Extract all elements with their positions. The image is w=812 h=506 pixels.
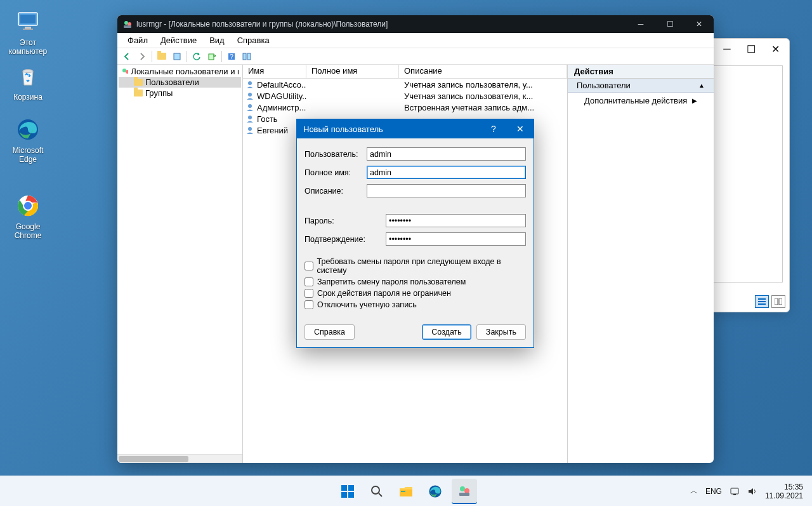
- desktop-label: MicrosoftEdge: [4, 146, 52, 164]
- col-fullname[interactable]: Полное имя: [306, 65, 399, 78]
- svg-rect-1: [20, 15, 36, 23]
- desktop-this-pc[interactable]: Этоткомпьютер: [4, 6, 52, 56]
- close-button[interactable]: ✕: [764, 40, 787, 58]
- maximize-button[interactable]: ☐: [740, 40, 763, 58]
- svg-rect-31: [341, 485, 347, 491]
- list-row[interactable]: WDAGUtility...Учетная запись пользовател…: [243, 90, 567, 102]
- desktop-label: Этоткомпьютер: [4, 38, 52, 56]
- close-button[interactable]: Закрыть: [476, 324, 526, 340]
- actions-section-users[interactable]: Пользователи ▲: [568, 79, 714, 93]
- label-username: Пользователь:: [304, 150, 367, 159]
- menu-view[interactable]: Вид: [204, 34, 230, 46]
- tray-network-icon[interactable]: [730, 486, 740, 496]
- folder-icon: [134, 90, 143, 97]
- svg-rect-34: [348, 492, 354, 498]
- tree-scrollbar[interactable]: [117, 454, 242, 463]
- forward-button[interactable]: [135, 50, 149, 63]
- tray-volume-icon[interactable]: [747, 486, 757, 496]
- input-username[interactable]: [367, 147, 526, 161]
- new-user-dialog: Новый пользователь ? ✕ Пользователь: Пол…: [296, 119, 534, 348]
- search-button[interactable]: [364, 479, 390, 504]
- svg-rect-2: [25, 27, 31, 29]
- toolbar-pane-icon[interactable]: [240, 50, 254, 63]
- lusrmgr-taskbar-button[interactable]: [452, 479, 477, 504]
- help-button[interactable]: ?: [225, 50, 239, 63]
- tree-pane: Локальные пользователи и группы Пользова…: [117, 65, 243, 463]
- toolbar: ?: [117, 48, 714, 65]
- label-fullname: Полное имя:: [304, 168, 367, 177]
- svg-rect-33: [341, 492, 347, 498]
- menu-help[interactable]: Справка: [232, 34, 275, 46]
- col-description[interactable]: Описание: [399, 65, 567, 78]
- label-description: Описание:: [304, 187, 367, 196]
- start-button[interactable]: [335, 479, 360, 504]
- tree-users[interactable]: Пользователи: [119, 77, 241, 88]
- actions-more[interactable]: Дополнительные действия ▶: [568, 93, 714, 109]
- users-groups-icon: [121, 67, 128, 76]
- svg-line-36: [379, 493, 382, 496]
- tree-groups[interactable]: Группы: [119, 88, 241, 98]
- view-list-button[interactable]: [755, 295, 769, 308]
- desktop-edge[interactable]: MicrosoftEdge: [4, 114, 52, 164]
- tray-language[interactable]: ENG: [705, 487, 722, 496]
- toolbar-properties-icon[interactable]: [170, 50, 184, 63]
- label-password: Пароль:: [304, 216, 386, 225]
- dialog-title: Новый пользователь: [303, 124, 383, 134]
- dialog-help-button[interactable]: ?: [480, 119, 507, 138]
- tree-root[interactable]: Локальные пользователи и группы: [119, 66, 241, 77]
- input-description[interactable]: [367, 184, 526, 197]
- svg-rect-13: [775, 298, 778, 305]
- tray-chevron-icon[interactable]: ︿: [690, 486, 698, 496]
- svg-rect-11: [758, 301, 766, 302]
- edge-button[interactable]: [422, 479, 448, 504]
- svg-rect-23: [247, 53, 251, 60]
- svg-rect-43: [731, 488, 738, 494]
- svg-rect-19: [209, 54, 214, 60]
- export-button[interactable]: [205, 50, 219, 63]
- maximize-button[interactable]: ☐: [655, 15, 684, 33]
- desktop-recycle-bin[interactable]: Корзина: [4, 61, 52, 102]
- svg-rect-18: [174, 53, 180, 60]
- minimize-button[interactable]: ─: [716, 40, 738, 58]
- taskbar: ︿ ENG 15:35 11.09.2021: [0, 476, 812, 506]
- col-name[interactable]: Имя: [243, 65, 306, 78]
- dialog-close-button[interactable]: ✕: [507, 119, 534, 138]
- checkbox-disabled[interactable]: [304, 300, 313, 309]
- svg-point-27: [248, 93, 252, 97]
- svg-rect-37: [400, 489, 412, 496]
- menu-file[interactable]: Файл: [122, 34, 153, 46]
- checkbox-never-expires[interactable]: [304, 289, 313, 298]
- create-button[interactable]: Создать: [422, 324, 471, 340]
- menubar: Файл Действие Вид Справка: [117, 33, 714, 48]
- user-icon: [246, 126, 254, 135]
- toolbar-folder-icon[interactable]: [155, 50, 169, 63]
- tray-clock[interactable]: 15:35 11.09.2021: [765, 483, 803, 500]
- svg-rect-38: [401, 491, 405, 492]
- checkbox-must-change[interactable]: [304, 262, 313, 270]
- back-button[interactable]: [120, 50, 134, 63]
- input-confirm[interactable]: [386, 232, 526, 246]
- svg-point-40: [460, 486, 465, 491]
- close-button[interactable]: ✕: [684, 15, 714, 33]
- checkbox-cannot-change[interactable]: [304, 277, 313, 286]
- list-row[interactable]: Администр...Встроенная учетная запись ад…: [243, 102, 567, 113]
- list-row[interactable]: DefaultAcco...Учетная запись пользовател…: [243, 79, 567, 90]
- minimize-button[interactable]: ─: [626, 15, 655, 33]
- dialog-titlebar[interactable]: Новый пользователь ? ✕: [297, 119, 534, 138]
- edge-icon: [13, 114, 43, 145]
- menu-action[interactable]: Действие: [155, 34, 202, 46]
- input-password[interactable]: [386, 214, 526, 227]
- label-confirm: Подтверждение:: [304, 235, 386, 244]
- svg-rect-44: [733, 494, 736, 495]
- input-fullname[interactable]: [367, 166, 526, 179]
- svg-rect-3: [23, 29, 33, 30]
- explorer-button[interactable]: [393, 479, 419, 504]
- help-button[interactable]: Справка: [304, 324, 355, 340]
- svg-point-26: [248, 81, 252, 85]
- user-icon: [246, 91, 254, 100]
- svg-rect-14: [779, 298, 782, 305]
- refresh-button[interactable]: [190, 50, 204, 63]
- titlebar[interactable]: lusrmgr - [Локальные пользователи и груп…: [117, 15, 714, 33]
- desktop-chrome[interactable]: GoogleChrome: [4, 190, 52, 240]
- view-detail-button[interactable]: [771, 295, 785, 308]
